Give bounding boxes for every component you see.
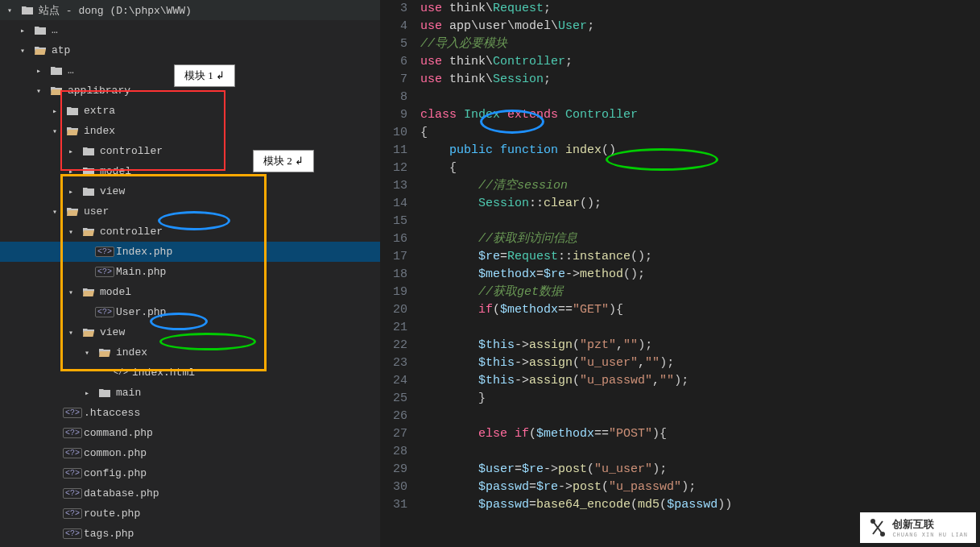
watermark-text: 创新互联 xyxy=(892,519,934,531)
folder-open-icon xyxy=(82,326,95,339)
code-line[interactable]: use think\Session; xyxy=(420,71,980,89)
tree-item-label: database.php xyxy=(84,487,159,499)
code-line[interactable] xyxy=(420,213,980,230)
tree-item-extra[interactable]: ▸extra xyxy=(0,101,380,121)
code-line[interactable]: //导入必要模块 xyxy=(420,35,980,53)
code-line[interactable]: $this->assign("pzt",""); xyxy=(420,337,980,354)
code-line[interactable]: else if($methodx=="POST"){ xyxy=(420,425,980,443)
code-line[interactable]: use think\Request; xyxy=(420,0,980,18)
chevron-down-icon[interactable]: ▾ xyxy=(16,44,29,57)
chevron-right-icon[interactable]: ▸ xyxy=(16,24,29,37)
folder-icon xyxy=(82,165,95,178)
code-line[interactable]: { xyxy=(420,124,980,142)
tree-item-index[interactable]: ▾index xyxy=(0,342,380,363)
chevron-down-icon[interactable]: ▾ xyxy=(48,125,61,138)
chevron-down-icon[interactable]: ▾ xyxy=(81,346,93,359)
chevron-down-icon[interactable]: ▾ xyxy=(32,85,45,97)
tree-item-route-php[interactable]: <?>route.php xyxy=(0,503,380,524)
tree-item-user[interactable]: ▾user xyxy=(0,201,380,222)
chevron-right-icon[interactable]: ▸ xyxy=(64,165,77,178)
tree-item-label: User.php xyxy=(116,306,166,318)
chevron-right-icon[interactable]: ▸ xyxy=(48,105,61,118)
tree-item-index-php[interactable]: <?>Index.php xyxy=(0,242,380,262)
php-file-icon: <?> xyxy=(66,528,79,541)
tree-item-common-php[interactable]: <?>common.php xyxy=(0,443,380,463)
code-content[interactable]: use think\Request;use app\user\model\Use… xyxy=(420,0,980,514)
chevron-none xyxy=(97,367,110,379)
watermark-logo-icon xyxy=(868,518,887,537)
tree-item-label: command.php xyxy=(84,427,153,439)
tree-item-model[interactable]: ▸model xyxy=(0,161,380,181)
tree-item-index[interactable]: ▾index xyxy=(0,121,380,141)
chevron-down-icon[interactable]: ▾ xyxy=(64,326,77,339)
line-number: 30 xyxy=(380,479,407,496)
tree-item-controller[interactable]: ▸controller xyxy=(0,141,380,161)
tree-item-label: … xyxy=(68,64,74,77)
file-explorer-sidebar[interactable]: ▾ 站点 - dong (D:\phpx\WWW) ▸…▾atp▸…▾appli… xyxy=(0,0,380,547)
chevron-right-icon[interactable]: ▸ xyxy=(81,387,93,400)
tree-item-view[interactable]: ▾view xyxy=(0,322,380,342)
code-line[interactable]: class Index extends Controller xyxy=(420,106,980,124)
tree-item--[interactable]: ▸… xyxy=(0,20,380,40)
code-line[interactable] xyxy=(420,89,980,106)
code-line[interactable]: public function index() xyxy=(420,142,980,160)
tree-item-label: common.php xyxy=(84,447,147,459)
code-line[interactable]: use think\Controller; xyxy=(420,53,980,71)
tree-item-main-php[interactable]: <?>Main.php xyxy=(0,262,380,282)
chevron-none xyxy=(48,467,61,480)
code-line[interactable]: $passwd=base64_encode(md5($passwd)) xyxy=(420,496,980,514)
line-number-gutter: 3456789101112131415161718192021222324252… xyxy=(380,0,420,514)
chevron-down-icon[interactable]: ▾ xyxy=(64,286,77,299)
code-editor[interactable]: 3456789101112131415161718192021222324252… xyxy=(380,0,980,547)
php-file-icon: <?> xyxy=(98,246,111,259)
code-line[interactable]: { xyxy=(420,160,980,177)
tree-item-index-html[interactable]: </>index.html xyxy=(0,363,380,383)
code-line[interactable]: use app\user\model\User; xyxy=(420,18,980,35)
tree-item-controller[interactable]: ▾controller xyxy=(0,222,380,242)
code-line[interactable]: } xyxy=(420,390,980,408)
line-number: 9 xyxy=(380,106,407,124)
chevron-down-icon[interactable]: ▾ xyxy=(64,226,77,238)
tree-item-extend[interactable]: ▸extend xyxy=(0,544,380,547)
chevron-down-icon[interactable]: ▾ xyxy=(48,205,61,218)
folder-icon xyxy=(21,4,34,17)
folder-open-icon xyxy=(82,226,95,238)
chevron-none xyxy=(48,487,61,500)
code-line[interactable]: $passwd=$re->post("u_passwd"); xyxy=(420,479,980,496)
code-line[interactable]: $re=Request::instance(); xyxy=(420,248,980,266)
tree-item-config-php[interactable]: <?>config.php xyxy=(0,463,380,483)
chevron-down-icon: ▾ xyxy=(3,4,16,17)
tree-item-model[interactable]: ▾model xyxy=(0,282,380,302)
code-line[interactable] xyxy=(420,408,980,425)
tree-item-label: controller xyxy=(100,226,163,238)
line-number: 19 xyxy=(380,284,407,301)
tree-item--htaccess[interactable]: <?>.htaccess xyxy=(0,403,380,423)
annotation-label-module-2: 模块 2 ↲ xyxy=(253,150,314,172)
tree-root[interactable]: ▾ 站点 - dong (D:\phpx\WWW) xyxy=(0,0,380,20)
php-file-icon: <?> xyxy=(66,447,79,460)
code-line[interactable]: $this->assign("u_passwd",""); xyxy=(420,372,980,390)
tree-item-tags-php[interactable]: <?>tags.php xyxy=(0,524,380,544)
code-line[interactable]: $methodx=$re->method(); xyxy=(420,266,980,284)
code-line[interactable]: //获取到访问信息 xyxy=(420,230,980,248)
chevron-right-icon[interactable]: ▸ xyxy=(32,64,45,77)
tree-item-view[interactable]: ▸view xyxy=(0,181,380,201)
tree-item-label: Index.php xyxy=(116,246,172,258)
code-line[interactable] xyxy=(420,319,980,337)
tree-item-user-php[interactable]: <?>User.php xyxy=(0,302,380,322)
tree-item-command-php[interactable]: <?>command.php xyxy=(0,423,380,443)
code-line[interactable]: $user=$re->post("u_user"); xyxy=(420,461,980,479)
code-line[interactable]: Session::clear(); xyxy=(420,195,980,213)
code-line[interactable]: //获取get数据 xyxy=(420,284,980,301)
chevron-right-icon[interactable]: ▸ xyxy=(64,185,77,198)
tree-item-atp[interactable]: ▾atp xyxy=(0,40,380,60)
line-number: 21 xyxy=(380,319,407,337)
code-line[interactable]: $this->assign("u_user",""); xyxy=(420,354,980,372)
code-line[interactable]: //清空session xyxy=(420,177,980,195)
chevron-right-icon[interactable]: ▸ xyxy=(64,145,77,158)
line-number: 4 xyxy=(380,18,407,35)
code-line[interactable] xyxy=(420,443,980,461)
code-line[interactable]: if($methodx=="GET"){ xyxy=(420,301,980,319)
tree-item-main[interactable]: ▸main xyxy=(0,383,380,403)
tree-item-database-php[interactable]: <?>database.php xyxy=(0,483,380,503)
